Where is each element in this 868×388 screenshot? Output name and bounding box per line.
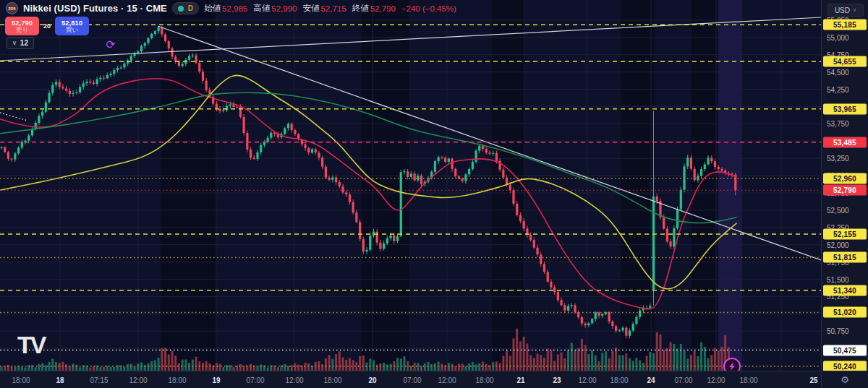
time-axis-label: 24 (647, 376, 655, 384)
buy-button[interactable]: 52,810 買い (55, 17, 89, 35)
open-value: 52,985 (222, 4, 247, 13)
drawing-price-tag[interactable]: 54,655 (823, 56, 867, 66)
price-axis-label: 53,750 (827, 120, 849, 128)
time-axis-label: 12:00 (707, 376, 725, 384)
price-chart-canvas[interactable] (0, 0, 821, 371)
trade-panel: 52,790 売り 20 52,810 買い (5, 17, 89, 35)
time-axis[interactable]: 18:001807:1512:0018:001907:0012:0018:002… (0, 371, 821, 388)
price-axis-label: 54,500 (827, 68, 849, 76)
time-axis-label: 18:00 (12, 376, 30, 384)
price-axis-label: 53,250 (827, 155, 849, 163)
drawing-price-tag[interactable]: 51,340 (823, 285, 867, 296)
price-axis[interactable]: USD ∨ 55,25055,00054,75054,50054,25054,0… (821, 0, 868, 371)
time-axis-label: 12:00 (578, 376, 596, 384)
time-axis-label: 07:00 (674, 376, 692, 384)
drawing-price-tag[interactable]: 55,185 (823, 20, 867, 30)
time-axis-label: 18:00 (739, 376, 757, 384)
close-value: 52,790 (370, 4, 396, 13)
axis-settings-button[interactable]: ⚙ (821, 371, 868, 388)
time-axis-label: 18 (56, 376, 64, 384)
session-status-icon (178, 6, 184, 12)
spread-value: 20 (39, 22, 55, 30)
time-axis-label: 18:00 (168, 376, 186, 384)
time-axis-label: 25 (809, 376, 817, 384)
chevron-down-icon: ∨ (12, 40, 17, 46)
ohlc-readout: 始値 52,985 高値 52,990 安値 52,715 終値 52,790 … (204, 3, 456, 14)
tradingview-logo: TV (17, 331, 44, 359)
low-value: 52,715 (320, 4, 346, 13)
time-axis-label: 18:00 (323, 376, 341, 384)
time-axis-label: 07:00 (403, 376, 421, 384)
price-axis-label: 51,500 (827, 275, 849, 283)
object-tree-toggle[interactable]: ∨ 12 (7, 37, 34, 49)
drawing-price-tag[interactable]: 50,475 (823, 345, 867, 355)
sync-refresh-icon[interactable]: ⟳ (103, 38, 118, 52)
open-label: 始値 (204, 3, 221, 14)
time-axis-label: 12:00 (438, 376, 456, 384)
time-axis-label: 18:00 (610, 376, 628, 384)
session-interval-pill[interactable]: D (172, 2, 199, 14)
time-axis-label: 07:15 (90, 376, 108, 384)
object-count: 12 (20, 39, 28, 47)
change-value: −240 (−0.45%) (401, 4, 456, 13)
drawing-price-tag[interactable]: 51,815 (823, 252, 867, 263)
symbol-title[interactable]: Nikkei (USD) Futures · 15 · CME (23, 3, 167, 14)
time-axis-label: 18:00 (475, 376, 493, 384)
buy-label: 買い (66, 27, 78, 33)
price-axis-label: 55,000 (827, 33, 849, 41)
sell-button[interactable]: 52,790 売り (5, 17, 39, 35)
time-axis-label: 21 (516, 376, 524, 384)
interval-badge: D (188, 4, 193, 12)
high-value: 52,990 (271, 4, 297, 13)
drawing-price-tag[interactable]: 52,155 (823, 228, 867, 239)
current-price-tag[interactable]: 52,790 (823, 185, 867, 196)
drawing-price-tag[interactable]: 53,965 (823, 103, 867, 114)
time-axis-label: 19 (212, 376, 220, 384)
low-label: 安値 (302, 3, 319, 14)
drawing-price-tag[interactable]: 51,020 (823, 307, 867, 318)
drawing-price-tag[interactable]: 53,485 (823, 137, 867, 147)
symbol-logo-icon: 225 (6, 2, 18, 14)
time-axis-label: 23 (553, 376, 561, 384)
sell-label: 売り (16, 27, 28, 33)
time-axis-label: 12:00 (129, 376, 147, 384)
currency-label: USD (835, 7, 850, 14)
price-axis-label: 52,000 (827, 241, 849, 249)
drawing-price-tag[interactable]: 52,960 (823, 173, 867, 184)
time-axis-label: 07:00 (246, 376, 264, 384)
currency-selector[interactable]: USD ∨ (827, 4, 864, 17)
time-axis-label: 20 (368, 376, 376, 384)
close-label: 終値 (352, 3, 369, 14)
high-label: 高値 (253, 3, 270, 14)
chevron-down-icon: ∨ (853, 7, 856, 13)
price-axis-label: 52,500 (827, 206, 849, 214)
time-axis-label: 12:00 (285, 376, 303, 384)
gear-icon: ⚙ (841, 374, 849, 385)
price-axis-label: 50,750 (827, 327, 849, 335)
chart-header: 225 Nikkei (USD) Futures · 15 · CME D 始値… (6, 2, 456, 14)
price-axis-label: 54,250 (827, 85, 849, 93)
trading-chart-app: TV 225 Nikkei (USD) Futures · 15 · CME D… (0, 0, 868, 388)
